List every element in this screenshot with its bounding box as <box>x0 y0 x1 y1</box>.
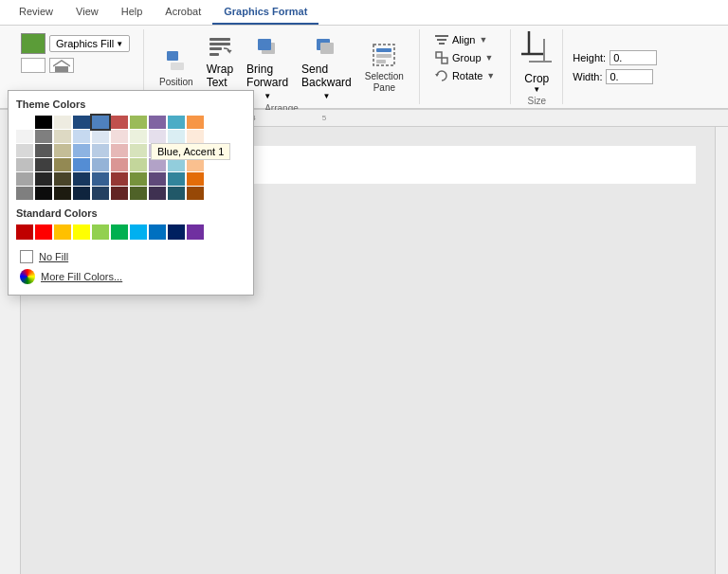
theme-color-cell[interactable] <box>187 116 204 129</box>
svg-rect-10 <box>320 43 334 54</box>
svg-rect-3 <box>209 38 230 41</box>
theme-color-cell[interactable] <box>111 172 128 186</box>
position-button[interactable]: Position <box>154 42 199 92</box>
theme-color-cell[interactable] <box>187 172 204 186</box>
theme-color-cell[interactable] <box>111 158 128 171</box>
theme-color-cell[interactable] <box>168 187 185 200</box>
theme-color-cell[interactable] <box>73 144 90 157</box>
theme-color-cell[interactable] <box>16 172 33 186</box>
theme-color-cell[interactable] <box>149 158 166 171</box>
theme-color-cell[interactable] <box>130 144 147 157</box>
theme-color-cell[interactable] <box>92 144 109 157</box>
align-button[interactable]: Align ▼ <box>429 31 500 48</box>
theme-color-cell[interactable] <box>16 187 33 200</box>
theme-color-cell[interactable] <box>92 116 109 129</box>
theme-color-cell[interactable] <box>130 172 147 186</box>
rotate-icon <box>435 69 448 82</box>
svg-rect-0 <box>55 66 68 72</box>
theme-color-cell[interactable] <box>54 158 71 171</box>
tab-review[interactable]: Review <box>8 0 64 25</box>
theme-color-cell[interactable] <box>149 116 166 129</box>
standard-color-cell[interactable] <box>130 224 147 240</box>
theme-color-cell[interactable] <box>54 130 71 143</box>
theme-color-cell[interactable] <box>35 158 52 171</box>
theme-color-cell[interactable] <box>73 187 90 200</box>
theme-color-cell[interactable] <box>111 144 128 157</box>
standard-color-cell[interactable] <box>92 224 109 240</box>
standard-color-cell[interactable] <box>187 224 204 240</box>
theme-color-cell[interactable] <box>73 116 90 129</box>
theme-color-cell[interactable] <box>16 116 33 129</box>
theme-color-cell[interactable] <box>92 172 109 186</box>
standard-color-cell[interactable] <box>111 224 128 240</box>
standard-color-cell[interactable] <box>16 224 33 240</box>
theme-color-cell[interactable] <box>130 116 147 129</box>
format-icon-2[interactable] <box>49 58 74 73</box>
theme-color-cell[interactable] <box>35 130 52 143</box>
crop-button[interactable]: Crop ▼ <box>521 31 552 94</box>
theme-color-cell[interactable] <box>168 116 185 129</box>
theme-color-cell[interactable] <box>168 172 185 186</box>
group-button[interactable]: Group ▼ <box>429 49 500 66</box>
fill-color-swatch[interactable] <box>21 33 46 54</box>
theme-color-cell[interactable] <box>187 130 204 143</box>
theme-color-cell[interactable] <box>35 116 52 129</box>
more-fill-colors-row[interactable]: More Fill Colors... <box>16 266 246 287</box>
theme-color-cell[interactable] <box>149 130 166 143</box>
standard-color-cell[interactable] <box>73 224 90 240</box>
no-fill-checkbox[interactable] <box>20 250 33 263</box>
selection-pane-button[interactable]: SelectionPane <box>359 36 410 98</box>
theme-colors-label: Theme Colors <box>16 99 246 110</box>
theme-color-cell[interactable] <box>149 172 166 186</box>
width-input[interactable] <box>606 69 653 84</box>
theme-color-cell[interactable] <box>54 172 71 186</box>
theme-color-cell[interactable] <box>54 187 71 200</box>
theme-color-cell[interactable] <box>111 187 128 200</box>
theme-color-cell[interactable] <box>111 130 128 143</box>
theme-color-cell[interactable] <box>130 187 147 200</box>
theme-color-cell[interactable] <box>149 187 166 200</box>
svg-rect-5 <box>209 47 222 50</box>
theme-color-cell[interactable] <box>92 130 109 143</box>
no-fill-row[interactable]: No Fill <box>16 247 246 266</box>
theme-color-col-1 <box>35 116 52 200</box>
theme-color-cell[interactable] <box>92 187 109 200</box>
standard-color-cell[interactable] <box>149 224 166 240</box>
theme-color-cell[interactable] <box>130 130 147 143</box>
standard-color-cell[interactable] <box>168 224 185 240</box>
theme-color-cell[interactable] <box>187 158 204 171</box>
theme-color-cell[interactable] <box>54 144 71 157</box>
theme-color-col-2 <box>54 116 71 200</box>
tab-acrobat[interactable]: Acrobat <box>154 0 212 25</box>
theme-color-cell[interactable] <box>35 144 52 157</box>
theme-color-cell[interactable] <box>111 116 128 129</box>
theme-color-cell[interactable] <box>168 158 185 171</box>
theme-color-cell[interactable] <box>73 158 90 171</box>
scrollbar[interactable] <box>715 127 728 574</box>
group-label: Group <box>452 52 482 63</box>
theme-color-cell[interactable] <box>73 130 90 143</box>
theme-color-cell[interactable] <box>187 187 204 200</box>
tab-graphics-format[interactable]: Graphics Format <box>212 0 318 25</box>
theme-color-cell[interactable] <box>35 187 52 200</box>
theme-color-cell[interactable] <box>168 130 185 143</box>
svg-rect-18 <box>436 52 442 58</box>
theme-color-cell[interactable] <box>16 158 33 171</box>
send-backward-button[interactable]: SendBackward ▼ <box>296 31 357 101</box>
theme-color-cell[interactable] <box>35 172 52 186</box>
theme-color-cell[interactable] <box>73 172 90 186</box>
graphics-fill-dropdown[interactable]: Graphics Fill ▼ <box>49 35 130 52</box>
height-input[interactable] <box>610 50 657 65</box>
tab-view[interactable]: View <box>64 0 110 25</box>
theme-color-cell[interactable] <box>54 116 71 129</box>
theme-color-cell[interactable] <box>16 144 33 157</box>
rotate-button[interactable]: Rotate ▼ <box>429 67 500 84</box>
theme-color-cell[interactable] <box>92 158 109 171</box>
standard-color-cell[interactable] <box>35 224 52 240</box>
theme-color-cell[interactable] <box>130 158 147 171</box>
tab-help[interactable]: Help <box>110 0 155 25</box>
standard-color-cell[interactable] <box>54 224 71 240</box>
svg-rect-16 <box>437 39 446 41</box>
theme-color-cell[interactable] <box>16 130 33 143</box>
format-icon-1[interactable] <box>21 58 46 73</box>
